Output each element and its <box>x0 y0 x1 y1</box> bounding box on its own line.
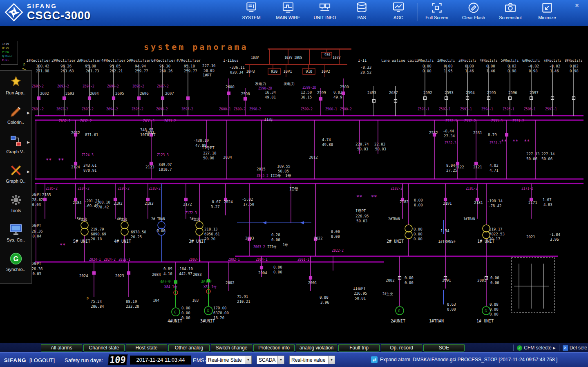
del-select-button[interactable]: ✕ Del sele <box>563 345 587 351</box>
diagram-text: Z500-1 <box>325 107 337 111</box>
diagram-text: 0.00 <box>490 276 499 280</box>
diagram-text: 2695 <box>115 92 124 96</box>
logout-link[interactable]: [LOGOUT] <box>29 357 55 363</box>
diagram-text: 930 <box>324 53 331 57</box>
diagram-text: Z697-2 <box>157 85 169 88</box>
diagram-text: 2#主变 <box>382 292 393 296</box>
diagram-text: 0.00 <box>414 237 423 241</box>
diagram-text: III母 <box>271 174 281 178</box>
diagram-text: 27.34 <box>444 134 455 138</box>
sidebar-item-graph-v-[interactable]: Graph V..▶ <box>0 134 31 163</box>
sidebar-item-sys-co-[interactable]: Sys. Co.. <box>0 222 31 251</box>
cfm-select-label: CFM selecte <box>524 345 551 351</box>
diagram-text: Z694-2 <box>83 85 94 88</box>
diagram-canvas[interactable]: 1#Rectifier2#Rectifier3#Rectifier4#Recti… <box>0 26 588 343</box>
diagram-text: 0.00 <box>181 306 190 310</box>
diagram-text: Z192-2 <box>118 187 130 190</box>
alarm-tab-op-record[interactable]: Op. record <box>381 344 422 351</box>
cfm-select-button[interactable]: ✓ CFM selecte ▸ <box>517 345 555 351</box>
diagram-text: 2#TRAN <box>388 217 400 221</box>
diagram-text: 4.02 <box>490 163 499 168</box>
diagram-text: Z695-2 <box>107 85 119 88</box>
diagram-text: 183 <box>192 298 199 302</box>
diagram-text: 3.96 <box>320 300 329 304</box>
pas-icon <box>355 1 368 14</box>
diagram-text: Z004-1 <box>256 258 268 262</box>
sidebar-item-run-app-[interactable]: Run App.. <box>0 75 31 104</box>
diagram-text: 50.01 <box>355 296 366 300</box>
alarm-expand-icon[interactable]: ⇄ <box>371 356 378 363</box>
breaker-square <box>138 97 141 100</box>
select-value: Real-time value <box>290 357 328 363</box>
header-bar: SIFANG CSGC-3000 SYSTEMMAIN WIREUNIT INF… <box>0 0 588 26</box>
diagram-text: 0.00 <box>273 265 282 269</box>
alarm-tab-all-alarms[interactable]: All alarms <box>41 344 82 351</box>
diagram-text: ** <box>371 194 377 200</box>
menu-item-main-wire[interactable]: MAIN WIRE <box>273 1 303 20</box>
diagram-text: G <box>174 310 176 314</box>
sidebar-item-synchro-[interactable]: GSynchro.. <box>0 251 31 281</box>
alarm-tab-protection-info[interactable]: Protection info <box>253 344 295 351</box>
breaker-square <box>88 97 91 100</box>
close-button[interactable]: ✕ <box>572 2 582 9</box>
menu-item-label: Minimize <box>538 15 556 20</box>
sidebar-item-tools[interactable]: Tools <box>0 192 31 222</box>
diagram-text: G <box>485 309 487 313</box>
alarm-tab-analog-violation[interactable]: analog violation <box>296 344 337 351</box>
diagram-text: 95.88 <box>85 64 96 68</box>
alarm-tab-other-analog[interactable]: Other analog <box>168 344 210 351</box>
alarm-tab-host-state[interactable]: Host state <box>126 344 167 351</box>
sidebar-item-label: Graph V.. <box>6 149 25 154</box>
diagram-text: -78.42 <box>488 204 502 208</box>
menu-item-full-screen[interactable]: Full Screen <box>422 1 452 20</box>
select-scada[interactable]: SCADA▼ <box>257 356 284 364</box>
diagram-text: 22.83 <box>374 142 385 146</box>
diagram-text: Z596-1 <box>524 107 536 111</box>
menu-item-unit-info[interactable]: UNIT INFO <box>310 1 340 20</box>
menu-item-screenshot[interactable]: Screenshot <box>495 1 525 20</box>
diagram-text: 2184 <box>73 201 82 205</box>
main-wire-icon <box>282 1 295 14</box>
diagram-text: 5#主变 <box>77 217 87 221</box>
diagram-text: 1#PT <box>203 73 212 77</box>
select-real-time-value[interactable]: Real-time value▼ <box>289 356 335 364</box>
alarm-tab-channel-state[interactable]: Channel state <box>83 344 125 351</box>
select-value: Real-time State <box>206 357 245 363</box>
menu-item-pas[interactable]: PAS <box>347 1 377 20</box>
chevron-down-icon: ▼ <box>277 356 284 364</box>
menu-item-agc[interactable]: AGC <box>383 1 414 20</box>
menu-item-system[interactable]: SYSTEM <box>236 1 266 20</box>
diagram-text: 1#Rectifi <box>416 59 434 63</box>
del-select-label: Del sele <box>570 345 587 351</box>
diagram-text: 3# UNIT <box>189 239 206 244</box>
ems-dropdown[interactable]: EMS▾ <box>193 357 207 363</box>
alarm-tab-fault-trip[interactable]: Fault trip <box>338 344 380 351</box>
diagram-text: 49.81 <box>265 95 276 99</box>
sidebar-item-colorin-[interactable]: Colorin..▶ <box>0 104 31 134</box>
run-app-icon <box>8 75 24 90</box>
diagram-text: 发电力 <box>255 82 266 86</box>
diagram-text: 50.03 <box>356 219 367 223</box>
diagram-legend: 1:kVU:kVP:MWQ:MvarF:Hz <box>1 41 18 65</box>
graph-o-icon <box>8 163 24 178</box>
alarm-tab-switch-change[interactable]: Switch change <box>211 344 252 351</box>
menu-item-minimize[interactable]: Minimize <box>532 1 562 20</box>
diagram-text: 0.63 <box>447 302 456 307</box>
breaker-square <box>112 97 115 100</box>
header-divider <box>418 3 418 21</box>
diagram-text: 10P3 <box>246 69 255 74</box>
diagram-text: 6#Rectifi <box>522 59 540 63</box>
diagram-text: 50.04 <box>30 234 41 238</box>
diagram-text: -438.19 <box>193 139 209 143</box>
chevron-down-icon: ▼ <box>245 356 251 364</box>
sidebar-item-graph-o-[interactable]: Graph O..▶ <box>0 163 31 192</box>
diagram-text: II母PT <box>202 146 215 150</box>
menu-item-clear-flash[interactable]: Clear Flash <box>458 1 489 20</box>
diagram-text: 0.00 <box>405 276 414 280</box>
diagram-text: Z592-1 <box>439 107 451 111</box>
chevron-down-icon: ▼ <box>328 356 335 364</box>
select-real-time-state[interactable]: Real-time State▼ <box>206 356 252 364</box>
tab-separator <box>513 345 514 351</box>
alarm-tab-soe[interactable]: SOE <box>423 344 465 351</box>
window-buttons: Full ScreenClear FlashScreenshotMinimize <box>422 1 562 20</box>
